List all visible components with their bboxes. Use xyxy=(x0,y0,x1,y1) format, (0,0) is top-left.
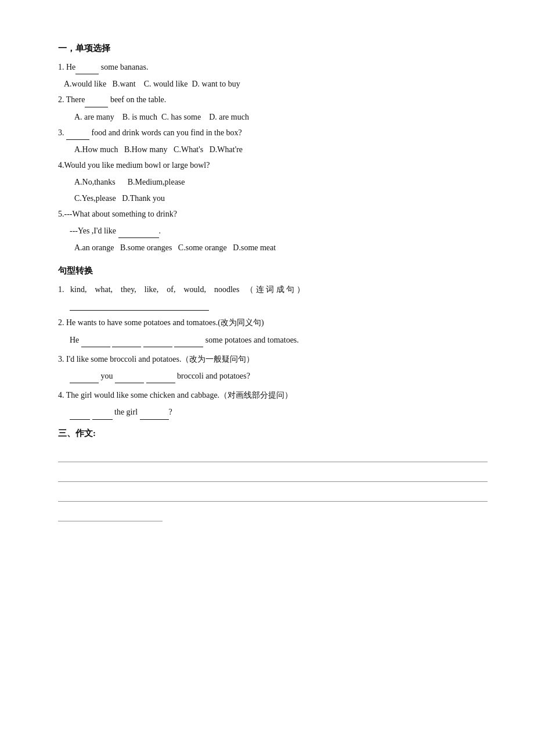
q4-options-b: C.Yes,please D.Thank you xyxy=(74,191,488,206)
section-2-title: 句型转换 xyxy=(58,263,488,279)
st-q3-answer: you broccoli and potatoes? xyxy=(70,369,488,383)
question-2: 2. There beef on the table. xyxy=(58,92,488,107)
q4-options-a: A.No,thanks B.Medium,please xyxy=(74,175,488,189)
st-q1-text: 1. kind, what, they, like, of, would, no… xyxy=(58,282,488,297)
section-1-title: 一，单项选择 xyxy=(58,41,488,56)
question-5-dialog1: 5.---What about something to drink? xyxy=(58,207,488,221)
st-question-3: 3. I'd like some broccoli and potatoes.（… xyxy=(58,352,488,383)
st-q2-original: 2. He wants to have some potatoes and to… xyxy=(58,315,488,330)
st-q1-blank-line xyxy=(70,299,209,311)
st-q4-original: 4. The girl would like some chicken and … xyxy=(58,388,488,402)
q3-options: A.How much B.How many C.What's D.What're xyxy=(74,142,488,157)
writing-area xyxy=(58,446,488,521)
section-3-title: 三、作文: xyxy=(58,426,488,441)
st-q4-answer: the girl ? xyxy=(70,405,488,419)
st-q3-original: 3. I'd like some broccoli and potatoes.（… xyxy=(58,352,488,366)
writing-line-2 xyxy=(58,466,488,482)
writing-line-1 xyxy=(58,446,488,462)
st-question-4: 4. The girl would like some chicken and … xyxy=(58,388,488,419)
question-1: 1. He some bananas. xyxy=(58,60,488,74)
st-question-1: 1. kind, what, they, like, of, would, no… xyxy=(58,282,488,311)
q5-options: A.an orange B.some oranges C.some orange… xyxy=(74,240,488,255)
q1-num: 1. He xyxy=(58,63,75,71)
writing-line-4 xyxy=(58,505,163,521)
question-5-dialog2: ---Yes ,I'd like . xyxy=(70,224,488,238)
question-4: 4.Would you like medium bowl or large bo… xyxy=(58,158,488,172)
q2-options: A. are many B. is much C. has some D. ar… xyxy=(74,110,488,124)
question-3: 3. food and drink words can you find in … xyxy=(58,125,488,140)
writing-line-3 xyxy=(58,485,488,502)
q1-options: A.would like B.want C. would like D. wan… xyxy=(64,77,488,91)
st-q2-answer: He some potatoes and tomatoes. xyxy=(70,333,488,347)
st-question-2: 2. He wants to have some potatoes and to… xyxy=(58,315,488,347)
